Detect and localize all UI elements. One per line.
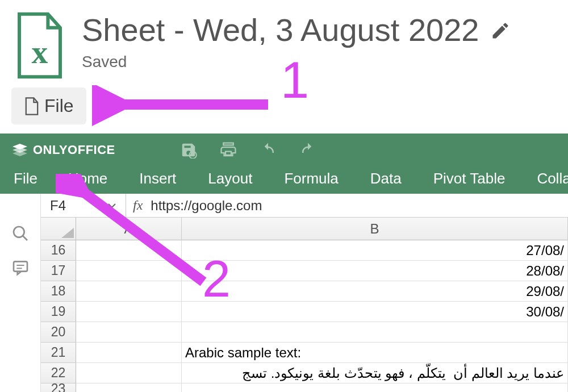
column-header-a[interactable]: A — [76, 218, 182, 240]
cell[interactable]: عندما يريد العالم أن ‪يتكلّم ‬ ، فهو يتح… — [182, 363, 568, 383]
svg-line-3 — [23, 236, 27, 240]
cell[interactable] — [76, 322, 182, 343]
column-header-b[interactable]: B — [182, 218, 568, 240]
save-icon[interactable] — [179, 141, 198, 159]
chevron-down-icon — [107, 203, 116, 208]
tab-home[interactable]: Home — [52, 170, 123, 187]
brand-logo: ONLYOFFICE — [12, 143, 115, 157]
cell[interactable] — [182, 383, 568, 392]
cell-reference-box[interactable]: F4 — [41, 194, 126, 217]
cell[interactable]: 29/08/ — [182, 281, 568, 302]
tab-data[interactable]: Data — [354, 170, 417, 187]
row-header[interactable]: 20 — [41, 322, 76, 343]
print-icon[interactable] — [219, 141, 238, 159]
cell[interactable] — [76, 343, 182, 363]
cell[interactable]: 30/08/ — [182, 302, 568, 322]
svg-point-2 — [14, 227, 24, 237]
tab-pivot-table[interactable]: Pivot Table — [417, 170, 521, 187]
cell[interactable]: Arabic sample text: — [182, 343, 568, 363]
cell[interactable] — [76, 363, 182, 383]
cell[interactable]: 27/08/ — [182, 240, 568, 261]
brand-icon — [12, 144, 27, 156]
select-all-corner[interactable] — [41, 218, 76, 240]
save-status: Saved — [82, 53, 557, 71]
row-header[interactable]: 16 — [41, 240, 76, 261]
file-button-label: File — [44, 95, 74, 116]
file-button[interactable]: File — [11, 87, 86, 124]
svg-rect-4 — [14, 261, 27, 271]
search-icon[interactable] — [11, 224, 30, 243]
tab-layout[interactable]: Layout — [192, 170, 268, 187]
document-title: Sheet - Wed, 3 August 2022 — [82, 11, 479, 48]
row-header[interactable]: 22 — [41, 363, 76, 383]
row-header[interactable]: 19 — [41, 302, 76, 322]
redo-icon[interactable] — [298, 141, 318, 159]
row-header[interactable]: 23 — [41, 383, 76, 392]
file-icon — [24, 97, 40, 116]
tab-file[interactable]: File — [10, 170, 52, 187]
spreadsheet-doc-icon: x — [11, 11, 68, 80]
tab-collaboration[interactable]: Collaboration — [521, 170, 568, 187]
svg-text:x: x — [32, 34, 48, 70]
cell[interactable] — [76, 261, 182, 281]
edit-title-icon[interactable] — [490, 11, 511, 48]
undo-icon[interactable] — [258, 141, 278, 159]
row-header[interactable]: 17 — [41, 261, 76, 281]
row-header[interactable]: 21 — [41, 343, 76, 363]
cell[interactable] — [76, 281, 182, 302]
row-header[interactable]: 18 — [41, 281, 76, 302]
cell-reference-value: F4 — [50, 198, 66, 214]
formula-input[interactable] — [147, 198, 568, 214]
brand-name: ONLYOFFICE — [33, 143, 115, 157]
cell[interactable]: 28/08/ — [182, 261, 568, 281]
fx-label[interactable]: fx — [126, 198, 147, 213]
tab-insert[interactable]: Insert — [123, 170, 192, 187]
cell[interactable] — [182, 322, 568, 343]
cell[interactable] — [76, 302, 182, 322]
comments-icon[interactable] — [11, 258, 30, 277]
cell[interactable] — [76, 240, 182, 261]
cell[interactable] — [76, 383, 182, 392]
tab-formula[interactable]: Formula — [268, 170, 354, 187]
